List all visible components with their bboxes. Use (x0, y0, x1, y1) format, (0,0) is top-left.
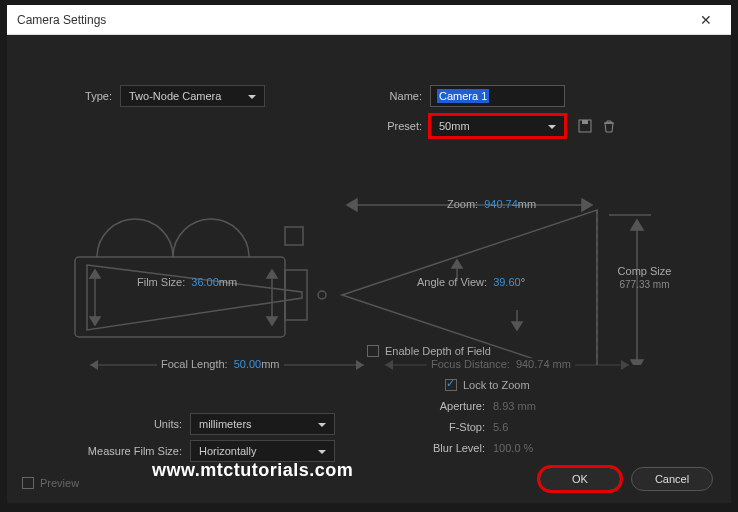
dialog-body: Type: Two-Node Camera Name: Camera 1 Pre… (7, 35, 731, 503)
close-icon[interactable]: ✕ (691, 12, 721, 28)
svg-rect-3 (285, 227, 303, 245)
svg-rect-1 (582, 120, 588, 124)
angle-label: Angle of View: (417, 276, 487, 288)
lock-zoom-label: Lock to Zoom (463, 379, 530, 391)
fstop-label: F-Stop: (435, 421, 485, 433)
fstop-value: 5.6 (493, 421, 508, 433)
comp-size-block: Comp Size 677.33 mm (607, 265, 682, 290)
watermark-text: www.mtctutorials.com (152, 460, 353, 481)
zoom-unit: mm (518, 198, 536, 210)
preset-select[interactable]: 50mm (430, 115, 565, 137)
preview-label: Preview (40, 477, 79, 489)
angle-value[interactable]: 39.60 (493, 276, 521, 288)
aperture-label: Aperture: (435, 400, 485, 412)
comp-size-label: Comp Size (607, 265, 682, 277)
trash-icon[interactable] (599, 116, 619, 136)
ok-button[interactable]: OK (539, 467, 621, 491)
preview-checkbox[interactable] (22, 477, 34, 489)
comp-size-value: 677.33 mm (607, 279, 682, 290)
svg-rect-4 (285, 270, 307, 320)
film-size-unit: mm (219, 276, 237, 288)
measure-select[interactable]: Horizontally (190, 440, 335, 462)
focus-dist-value: 940.74 mm (516, 358, 571, 370)
save-preset-icon[interactable] (575, 116, 595, 136)
blur-value: 100.0 % (493, 442, 533, 454)
name-input[interactable]: Camera 1 (430, 85, 565, 107)
focus-dist-label: Focus Distance: (431, 358, 510, 370)
film-size-label: Film Size: (137, 276, 185, 288)
titlebar: Camera Settings ✕ (7, 5, 731, 35)
zoom-label: Zoom: (447, 198, 478, 210)
cancel-button[interactable]: Cancel (631, 467, 713, 491)
blur-label: Blur Level: (425, 442, 485, 454)
svg-point-5 (318, 291, 326, 299)
lock-zoom-checkbox[interactable] (445, 379, 457, 391)
svg-rect-2 (75, 257, 285, 337)
window-title: Camera Settings (17, 13, 691, 27)
measure-label: Measure Film Size: (82, 445, 182, 457)
aperture-value: 8.93 mm (493, 400, 536, 412)
type-select[interactable]: Two-Node Camera (120, 85, 265, 107)
name-label: Name: (382, 90, 422, 102)
units-label: Units: (142, 418, 182, 430)
units-select[interactable]: millimeters (190, 413, 335, 435)
film-size-value[interactable]: 36.00 (191, 276, 219, 288)
focal-label: Focal Length: (161, 358, 228, 370)
preset-label: Preset: (377, 120, 422, 132)
zoom-value[interactable]: 940.74 (484, 198, 518, 210)
angle-unit: ° (521, 276, 525, 288)
focal-unit: mm (261, 358, 279, 370)
camera-settings-dialog: Camera Settings ✕ Type: Two-Node Camera … (7, 5, 731, 503)
camera-diagram (47, 165, 697, 365)
focal-value[interactable]: 50.00 (234, 358, 262, 370)
type-label: Type: (72, 90, 112, 102)
